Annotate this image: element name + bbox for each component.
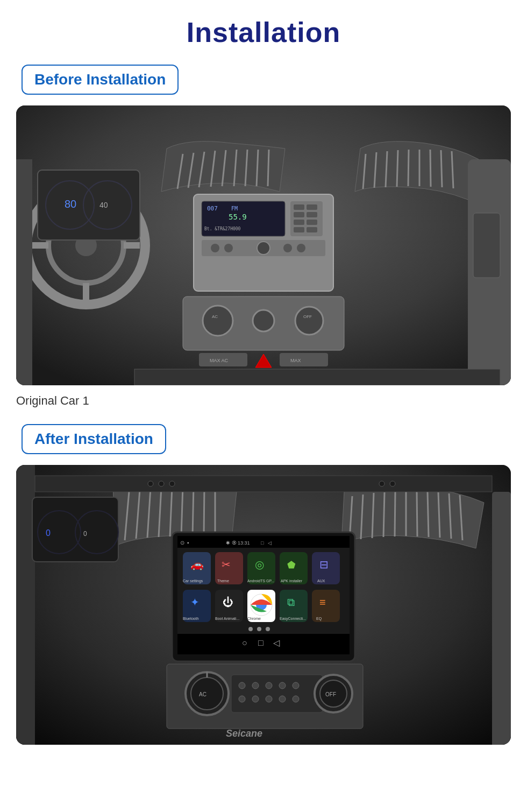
svg-rect-55	[280, 353, 328, 366]
svg-line-80	[383, 492, 384, 537]
svg-point-51	[295, 307, 323, 335]
svg-text:EasyConnecti...: EasyConnecti...	[280, 617, 306, 621]
svg-line-83	[417, 491, 417, 536]
svg-text:Seicane: Seicane	[226, 728, 262, 739]
svg-rect-161	[35, 476, 492, 492]
svg-text:🚗: 🚗	[190, 558, 204, 571]
svg-text:⊙: ⊙	[180, 540, 184, 546]
svg-point-147	[266, 696, 272, 702]
svg-text:✱ ⦿ 13:31: ✱ ⦿ 13:31	[226, 540, 250, 546]
svg-line-21	[408, 150, 409, 186]
svg-text:MAX: MAX	[290, 358, 301, 363]
svg-text:○: ○	[242, 638, 247, 647]
svg-text:Bluetooth: Bluetooth	[183, 617, 199, 620]
svg-rect-43	[307, 204, 317, 210]
before-badge: Before Installation	[22, 65, 179, 95]
svg-point-136	[191, 677, 223, 710]
svg-text:APK installer: APK installer	[281, 579, 303, 583]
svg-rect-42	[294, 227, 304, 232]
before-badge-text: Before Installation	[34, 71, 166, 88]
svg-text:AUX: AUX	[317, 579, 325, 583]
after-badge-text: After Installation	[34, 430, 153, 447]
svg-rect-40	[294, 212, 304, 217]
svg-line-16	[268, 150, 269, 186]
svg-point-148	[279, 696, 286, 702]
svg-point-141	[252, 682, 259, 689]
svg-rect-59	[473, 213, 500, 278]
svg-text:0: 0	[46, 528, 51, 538]
svg-point-162	[148, 481, 153, 486]
svg-point-48	[203, 306, 233, 336]
svg-point-140	[239, 682, 245, 689]
svg-rect-45	[307, 220, 317, 225]
svg-point-164	[169, 481, 175, 486]
svg-point-33	[211, 244, 219, 252]
svg-point-129	[266, 627, 270, 631]
after-section: After Installation	[16, 424, 511, 753]
svg-text:FM: FM	[231, 206, 238, 211]
svg-point-163	[159, 481, 164, 486]
svg-rect-46	[307, 227, 317, 232]
svg-rect-39	[294, 204, 304, 210]
svg-point-34	[224, 244, 233, 252]
svg-text:AndroidTS GP...: AndroidTS GP...	[247, 579, 274, 583]
svg-point-146	[252, 696, 259, 702]
svg-line-20	[397, 150, 398, 187]
before-image-container: 007 FM 55.9 Bt. &TR&27H000	[16, 105, 511, 385]
svg-line-24	[441, 150, 442, 187]
svg-point-128	[257, 627, 261, 631]
svg-line-81	[395, 492, 395, 536]
svg-point-37	[297, 244, 305, 252]
svg-text:AC: AC	[199, 691, 206, 697]
svg-text:□: □	[261, 540, 264, 546]
page-title: Installation	[187, 16, 340, 48]
after-badge: After Installation	[22, 424, 166, 454]
svg-point-127	[248, 627, 253, 631]
svg-text:Theme: Theme	[217, 579, 229, 583]
svg-text:Boot Animati...: Boot Animati...	[215, 617, 239, 620]
svg-point-36	[283, 244, 292, 252]
svg-rect-44	[307, 212, 317, 217]
svg-point-144	[293, 682, 299, 689]
after-car-image: ⊙ ▪ ✱ ⦿ 13:31 □ ◁ 🚗 Car settings ✂ Theme	[16, 465, 511, 745]
svg-point-35	[257, 242, 270, 255]
svg-text:MAX AC: MAX AC	[210, 358, 229, 363]
svg-text:◁: ◁	[273, 638, 280, 647]
svg-text:EQ: EQ	[316, 617, 322, 621]
svg-point-165	[379, 481, 384, 486]
svg-rect-41	[294, 220, 304, 225]
svg-line-75	[204, 486, 204, 536]
svg-text:40: 40	[99, 201, 108, 209]
svg-text:⬟: ⬟	[287, 560, 296, 570]
svg-text:007: 007	[207, 205, 218, 212]
svg-line-84	[428, 492, 429, 537]
before-car-image: 007 FM 55.9 Bt. &TR&27H000	[16, 105, 511, 385]
svg-text:Car settings: Car settings	[183, 579, 203, 583]
after-image-container: ⊙ ▪ ✱ ⦿ 13:31 □ ◁ 🚗 Car settings ✂ Theme	[16, 465, 511, 745]
svg-rect-130	[177, 634, 350, 654]
svg-text:⧉: ⧉	[287, 596, 295, 608]
svg-rect-60	[16, 159, 32, 385]
svg-text:⊟: ⊟	[319, 559, 329, 570]
svg-text:⏻: ⏻	[223, 596, 233, 608]
svg-rect-155	[492, 492, 511, 745]
svg-rect-61	[134, 369, 500, 385]
svg-text:Chrome: Chrome	[247, 617, 261, 620]
svg-text:80: 80	[65, 198, 76, 210]
before-section: Before Installation	[16, 65, 511, 424]
svg-text:◁: ◁	[268, 540, 272, 546]
svg-point-142	[266, 682, 272, 689]
svg-text:▪: ▪	[187, 540, 189, 546]
svg-text:✦: ✦	[190, 596, 200, 608]
svg-text:AC: AC	[212, 314, 218, 319]
svg-text:OFF: OFF	[325, 691, 336, 697]
svg-rect-62	[38, 170, 140, 240]
svg-text:✂: ✂	[222, 559, 231, 570]
svg-text:55.9: 55.9	[229, 213, 247, 221]
before-caption: Original Car 1	[16, 394, 89, 408]
svg-text:0: 0	[83, 530, 87, 538]
svg-point-143	[279, 682, 286, 689]
svg-line-74	[193, 486, 194, 536]
svg-point-50	[253, 310, 274, 331]
svg-text:OFF: OFF	[303, 314, 312, 319]
